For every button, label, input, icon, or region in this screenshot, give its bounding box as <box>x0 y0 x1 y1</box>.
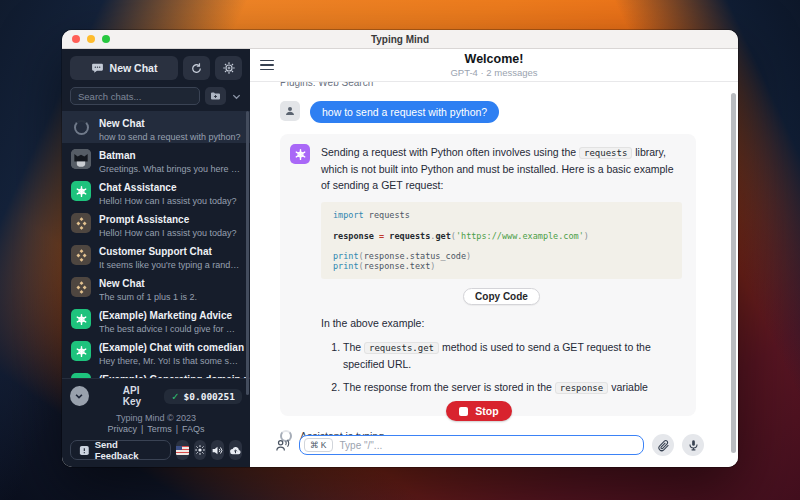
new-chat-button[interactable]: New Chat <box>70 56 178 80</box>
chat-list: New Chat how to send a request with pyth… <box>62 111 250 378</box>
openai-logo-icon <box>294 148 307 161</box>
chat-title: (Example) Marketing Advice <box>99 310 232 321</box>
chat-list-item[interactable]: Batman Greetings. What brings you here i… <box>62 143 250 175</box>
paperclip-icon <box>657 439 670 452</box>
check-icon: ✓ <box>171 391 179 402</box>
sidebar-footer: API Key ✓ $0.000251 Typing Mind © 2023 P… <box>62 378 250 467</box>
openai-logo-icon <box>75 345 88 358</box>
send-feedback-button[interactable]: Send Feedback <box>70 440 171 460</box>
assistant-avatar <box>290 144 310 164</box>
chat-list-item[interactable]: (Example) Marketing Advice The best advi… <box>62 303 250 335</box>
explanation-item: The response from the server is stored i… <box>343 379 682 396</box>
refresh-icon <box>190 62 203 75</box>
inline-code: requests.get <box>364 342 439 354</box>
chat-preview: Greetings. What brings you here in the..… <box>99 164 241 174</box>
composer: ⌘ K Type "/"... <box>274 434 704 456</box>
chat-title: New Chat <box>99 118 145 129</box>
sidebar: New Chat <box>62 49 250 467</box>
microphone-icon <box>687 439 700 452</box>
language-button[interactable] <box>176 440 189 460</box>
send-feedback-label: Send Feedback <box>95 439 162 461</box>
chat-avatar <box>71 117 91 137</box>
settings-button[interactable] <box>215 56 242 80</box>
chat-list-item[interactable]: Prompt Assistance Hello! How can I assis… <box>62 207 250 239</box>
chat-header: Welcome! GPT-4 · 2 messages <box>250 49 738 82</box>
diamonds-icon <box>74 248 89 263</box>
api-key-label: API Key <box>123 385 158 407</box>
folder-plus-icon <box>209 90 222 102</box>
gear-icon <box>222 61 236 75</box>
chat-list-item[interactable]: Customer Support Chat It seems like you'… <box>62 239 250 271</box>
chat-title: Customer Support Chat <box>99 246 212 257</box>
openai-logo-icon <box>75 313 88 326</box>
chat-avatar <box>71 149 91 169</box>
chat-avatar <box>71 181 91 201</box>
window-title: Typing Mind <box>62 34 738 45</box>
chat-preview: Hello! How can I assist you today? <box>99 196 241 206</box>
chat-list-item[interactable]: New Chat The sum of 1 plus 1 is 2. <box>62 271 250 303</box>
chat-subtitle: GPT-4 · 2 messages <box>250 67 738 78</box>
search-placeholder: Search chats... <box>78 91 141 102</box>
app-window: Typing Mind New Chat <box>62 30 738 467</box>
chevron-down-icon <box>74 391 84 401</box>
openai-logo-icon <box>75 185 88 198</box>
separator: | <box>176 424 178 434</box>
chat-list-item[interactable]: New Chat how to send a request with pyth… <box>62 111 250 143</box>
api-cost-badge[interactable]: ✓ $0.000251 <box>164 389 242 404</box>
cloud-sync-button[interactable] <box>229 440 242 460</box>
collapse-sidebar-button[interactable] <box>70 386 89 406</box>
sidebar-scrollbar[interactable] <box>246 111 249 395</box>
code-block: import requests response = requests.get(… <box>321 202 682 278</box>
theme-toggle-button[interactable] <box>194 440 206 460</box>
voice-input-button[interactable] <box>682 434 704 456</box>
new-folder-button[interactable] <box>205 87 226 105</box>
sync-button[interactable] <box>183 56 210 80</box>
api-cost-value: $0.000251 <box>184 391 235 402</box>
search-input[interactable]: Search chats... <box>70 87 200 105</box>
chat-avatar <box>71 341 91 361</box>
chat-preview: Hey there, Mr. Yo! Is that some sort of … <box>99 356 241 366</box>
voice-person-icon[interactable] <box>274 438 291 453</box>
chevron-down-icon[interactable] <box>231 91 242 102</box>
chat-avatar <box>71 309 91 329</box>
cloud-upload-icon <box>229 444 242 457</box>
terms-link[interactable]: Terms <box>147 424 172 434</box>
shortcut-badge: ⌘ K <box>304 438 333 452</box>
main-scrollbar[interactable] <box>731 93 736 453</box>
chat-title: New Chat <box>99 278 145 289</box>
chat-preview: The best advice I could give for marke..… <box>99 324 241 334</box>
sound-button[interactable] <box>211 440 224 460</box>
stop-button[interactable]: Stop <box>446 401 511 421</box>
attach-file-button[interactable] <box>652 434 674 456</box>
message-input[interactable]: ⌘ K Type "/"... <box>299 435 644 455</box>
input-placeholder: Type "/"... <box>340 440 383 451</box>
chat-list-item[interactable]: Chat Assistance Hello! How can I assist … <box>62 175 250 207</box>
chat-preview: The sum of 1 plus 1 is 2. <box>99 292 241 302</box>
privacy-link[interactable]: Privacy <box>107 424 137 434</box>
assistant-paragraph: Sending a request with Python often invo… <box>321 144 682 193</box>
separator: | <box>141 424 143 434</box>
user-message-row: how to send a request with python? <box>280 101 696 123</box>
chat-list-item[interactable]: (Example) Chat with comedian Hey there, … <box>62 335 250 367</box>
chat-list-item[interactable]: (Example) Generating domain na... 1. Tas… <box>62 367 250 378</box>
user-message-bubble[interactable]: how to send a request with python? <box>310 101 499 123</box>
diamonds-icon <box>74 280 89 295</box>
feedback-icon <box>79 445 90 456</box>
chat-preview: It seems like you're typing a random s..… <box>99 260 241 270</box>
assistant-message: Sending a request with Python often invo… <box>280 134 696 416</box>
chat-title: Prompt Assistance <box>99 214 189 225</box>
stop-square-icon <box>459 407 468 416</box>
speaker-icon <box>211 444 224 457</box>
stop-label: Stop <box>475 405 498 417</box>
us-flag-icon <box>176 446 189 455</box>
chat-title: Chat Assistance <box>99 182 176 193</box>
explanation-list: The requests.get method is used to send … <box>321 339 682 396</box>
copyright-text: Typing Mind © 2023 <box>70 413 242 423</box>
chat-avatar <box>71 245 91 265</box>
chat-bubble-icon <box>91 62 104 75</box>
faqs-link[interactable]: FAQs <box>182 424 205 434</box>
copy-code-button[interactable]: Copy Code <box>463 288 540 305</box>
inline-code: response <box>555 382 608 394</box>
batman-avatar <box>71 149 91 169</box>
explanation-item: The requests.get method is used to send … <box>343 339 682 372</box>
